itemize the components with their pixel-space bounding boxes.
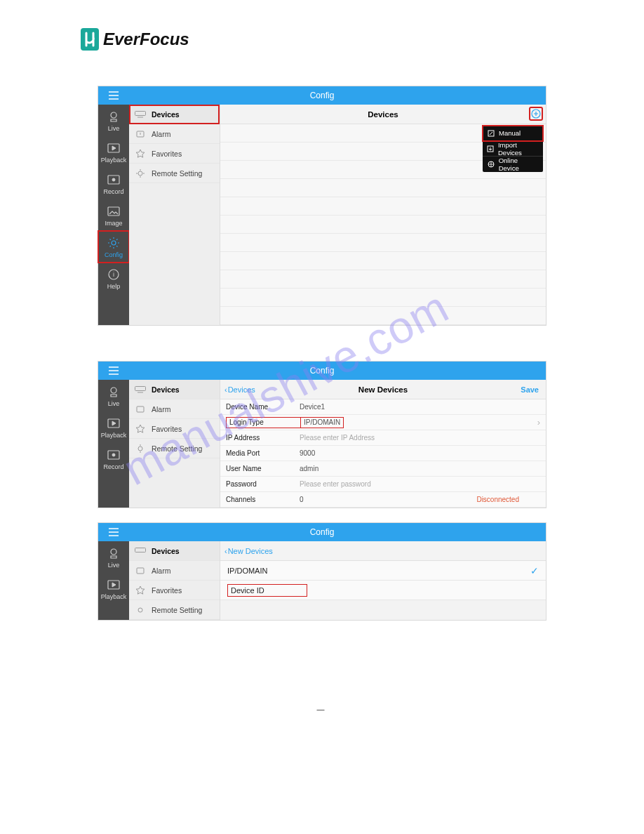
settings-remote[interactable]: Remote Setting <box>129 439 220 458</box>
field-user-name[interactable]: User Name admin <box>220 461 546 477</box>
settings-favorites[interactable]: Favorites <box>129 419 220 439</box>
settings-panel: Devices Alarm Favorites Remote Setting <box>129 541 220 620</box>
nav-live[interactable]: Live <box>98 105 129 136</box>
popup-import[interactable]: Import Devices <box>483 141 543 157</box>
settings-devices[interactable]: Devices <box>129 541 220 561</box>
star-icon <box>135 424 146 434</box>
settings-remote[interactable]: Remote Setting <box>129 600 220 620</box>
settings-favorites[interactable]: Favorites <box>129 144 220 164</box>
settings-label: Alarm <box>152 405 170 413</box>
device-form: Device Name Device1 Login TypeIP/DOMAIN … <box>220 399 546 508</box>
field-password[interactable]: Password Please enter password <box>220 477 546 492</box>
option-ip-domain[interactable]: IP/DOMAIN ✓ <box>220 561 546 581</box>
app-window-2: Config Live Playback Record <box>98 361 546 508</box>
nav-label: Config <box>105 251 123 258</box>
nav-record[interactable]: Record <box>98 443 129 475</box>
field-ip-address[interactable]: IP Address Please enter IP Address <box>220 430 546 446</box>
add-popup-menu: Manual Import Devices Online Device <box>483 126 543 172</box>
settings-alarm[interactable]: Alarm <box>129 124 220 144</box>
form-label: Login Type <box>229 418 297 426</box>
nav-label: Live <box>108 562 120 569</box>
settings-label: Alarm <box>152 130 170 138</box>
svg-point-5 <box>112 241 116 245</box>
image-icon <box>107 205 121 218</box>
nav-playback[interactable]: Playback <box>98 411 129 443</box>
svg-point-15 <box>111 388 116 393</box>
svg-point-3 <box>112 178 115 181</box>
nav-playback[interactable]: Playback <box>98 136 129 168</box>
topbar-title: Config <box>98 527 546 537</box>
nav-label: Image <box>105 220 122 227</box>
settings-label: Devices <box>152 385 180 394</box>
nav-live[interactable]: Live <box>98 541 129 573</box>
globe-icon <box>487 160 495 168</box>
form-value: 0 <box>300 496 304 503</box>
import-icon <box>487 145 495 153</box>
main-title: New Devices <box>358 385 408 394</box>
nav-label: Live <box>108 125 120 132</box>
settings-alarm[interactable]: Alarm <box>129 399 220 419</box>
field-media-port[interactable]: Media Port 9000 <box>220 446 546 461</box>
connection-status: Disconnected <box>476 496 540 503</box>
menu-button[interactable] <box>98 86 129 105</box>
field-channels[interactable]: Channels 0 Disconnected <box>220 492 546 508</box>
settings-favorites[interactable]: Favorites <box>129 581 220 600</box>
field-device-name[interactable]: Device Name Device1 <box>220 399 546 415</box>
chevron-right-icon: › <box>537 417 540 428</box>
topbar: Config <box>98 362 546 380</box>
playback-icon <box>107 417 121 430</box>
save-button[interactable]: Save <box>521 385 539 394</box>
nav-record[interactable]: Record <box>98 168 129 199</box>
chevron-left-icon: ‹ <box>224 547 227 555</box>
form-value: Device1 <box>300 403 325 411</box>
settings-label: Alarm <box>152 567 170 575</box>
popup-manual[interactable]: Manual <box>483 126 543 141</box>
back-button[interactable]: ‹ Devices <box>224 385 255 394</box>
popup-online[interactable]: Online Device <box>483 157 543 172</box>
main-panel: ‹ Devices New Devices Save Device Name D… <box>220 380 546 508</box>
main-header: Devices <box>220 105 546 124</box>
nav-live[interactable]: Live <box>98 380 129 411</box>
settings-remote[interactable]: Remote Setting <box>129 164 220 183</box>
settings-panel: Devices Alarm Favorites Remote Setting <box>129 380 220 508</box>
remote-icon <box>135 605 146 615</box>
settings-label: Favorites <box>152 150 182 158</box>
logo-text: EverFocus <box>103 29 189 49</box>
remote-icon <box>135 444 146 454</box>
settings-panel: Devices Alarm Favorites Remote Setting <box>129 105 220 325</box>
svg-point-22 <box>111 549 116 555</box>
add-device-button[interactable] <box>529 107 543 121</box>
option-device-id[interactable]: Device ID <box>220 581 546 600</box>
star-icon <box>135 149 146 159</box>
nav-config[interactable]: Config <box>98 231 129 263</box>
form-placeholder: Please enter IP Address <box>300 434 375 442</box>
menu-button[interactable] <box>98 523 129 541</box>
back-button[interactable]: ‹ New Devices <box>224 547 273 555</box>
main-header: ‹ New Devices <box>220 541 546 561</box>
settings-devices[interactable]: Devices <box>129 380 220 399</box>
settings-alarm[interactable]: Alarm <box>129 561 220 581</box>
record-icon <box>107 173 121 186</box>
settings-label: Remote Setting <box>152 444 202 453</box>
nav-help[interactable]: i Help <box>98 263 129 294</box>
app-window-3: Config Live Playback Devices <box>98 522 546 621</box>
main-panel: ‹ New Devices IP/DOMAIN ✓ Device ID <box>220 541 546 620</box>
nav-label: Playback <box>101 593 127 600</box>
menu-button[interactable] <box>98 362 129 380</box>
form-label: Media Port <box>226 449 300 457</box>
nav-label: Live <box>108 400 120 407</box>
settings-devices[interactable]: Devices <box>129 105 220 124</box>
field-login-type[interactable]: Login TypeIP/DOMAIN › <box>220 415 546 430</box>
topbar: Config <box>98 86 546 105</box>
camera-icon <box>107 110 121 123</box>
nav-label: Record <box>103 188 123 195</box>
alarm-icon <box>135 129 146 139</box>
page-footer-dash: — <box>42 705 602 713</box>
nav-image[interactable]: Image <box>98 199 129 231</box>
option-label: IP/DOMAIN <box>227 567 267 575</box>
devices-icon <box>135 110 146 119</box>
nav-playback[interactable]: Playback <box>98 573 129 604</box>
main-panel: Devices Manual Import Devices <box>220 105 546 325</box>
logo-mark-icon <box>81 28 99 51</box>
nav-label: Help <box>107 283 121 290</box>
